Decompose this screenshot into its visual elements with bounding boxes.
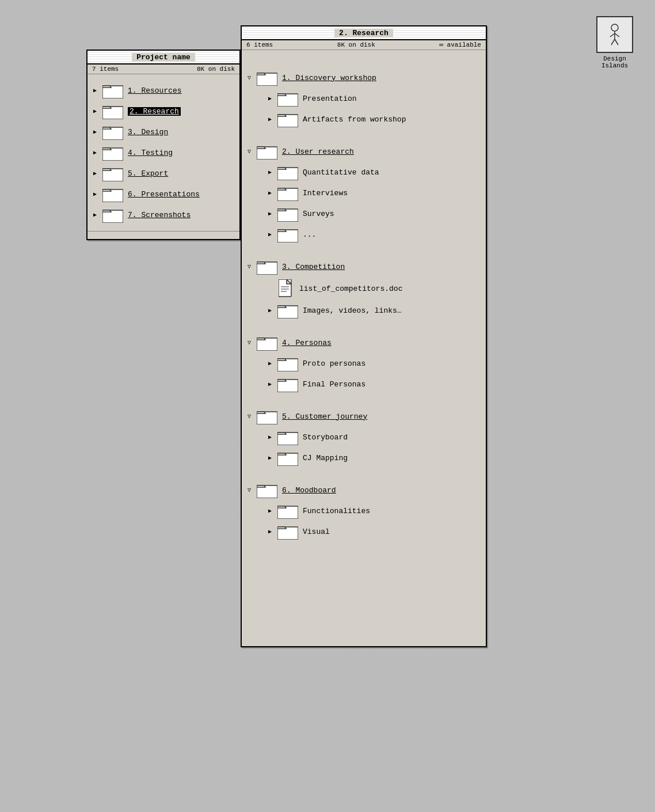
file-icon-competitors (279, 279, 295, 298)
left-item-design[interactable]: ▶ 3. Design (92, 122, 235, 142)
folder-icon-personas (257, 335, 277, 351)
folder-icon-user-research (257, 143, 277, 160)
left-item-testing[interactable]: ▶ 4. Testing (92, 142, 235, 163)
research-available: ∞ available (439, 41, 481, 48)
arrow-artifacts: ▶ (268, 116, 277, 123)
research-window-title: 2. Research (334, 29, 393, 37)
folder-icon-screenshots (102, 207, 123, 223)
research-window-statusbar: 6 items 8K on disk ∞ available (242, 40, 486, 50)
folder-icon-functionalities (277, 503, 298, 519)
project-items-count: 7 items (92, 66, 119, 73)
left-item-export[interactable]: ▶ 5. Export (92, 163, 235, 184)
left-item-screenshots[interactable]: ▶ 7. Screenshots (92, 204, 235, 225)
section-discovery[interactable]: ▽ 1. Discovery workshop (246, 67, 481, 88)
folder-icon-research (102, 103, 123, 119)
subfolder-final-personas[interactable]: ▶ Final Personas (267, 374, 481, 394)
folder-icon-final-personas (277, 376, 298, 392)
subfolder-ellipsis-label: ... (303, 230, 316, 239)
subfolder-functionalities-label: Functionalities (303, 507, 370, 515)
folder-icon-testing (102, 145, 123, 161)
section-competition[interactable]: ▽ 3. Competition (246, 256, 481, 277)
folder-icon-discovery (257, 70, 277, 86)
section-personas-label: 4. Personas (282, 339, 332, 347)
arrow-final-personas: ▶ (268, 381, 277, 388)
folder-icon-interviews (277, 185, 298, 201)
file-competitors-label: list_of_competitors.doc (299, 284, 402, 293)
discovery-children: ▶ Presentation ▶ Artifacts fro (246, 88, 481, 130)
project-window-statusbar: 7 items 8K on disk (87, 64, 239, 74)
subfolder-quantitative[interactable]: ▶ Quantitative data (267, 162, 481, 183)
arrow-design: ▶ (93, 128, 102, 135)
customer-journey-children: ▶ Storyboard ▶ CJ Mapping (246, 427, 481, 468)
desktop-icon-image (596, 16, 633, 53)
arrow-ellipsis: ▶ (268, 231, 277, 238)
left-item-export-label: 5. Export (128, 169, 168, 178)
arrow-personas: ▽ (247, 339, 257, 346)
research-window: 2. Research 6 items 8K on disk ∞ availab… (241, 25, 487, 647)
subfolder-storyboard[interactable]: ▶ Storyboard (267, 427, 481, 447)
folder-icon-competition (257, 259, 277, 275)
subfolder-ellipsis[interactable]: ▶ ... (267, 224, 481, 245)
section-personas[interactable]: ▽ 4. Personas (246, 332, 481, 353)
project-window-titlebar[interactable]: Project name (87, 51, 239, 64)
arrow-presentation: ▶ (268, 95, 277, 102)
left-item-resources[interactable]: ▶ 1. Resources (92, 80, 235, 101)
section-user-research-label: 2. User research (282, 147, 354, 156)
subfolder-artifacts[interactable]: ▶ Artifacts from workshop (267, 109, 481, 130)
subfolder-visual[interactable]: ▶ Visual (267, 521, 481, 542)
folder-icon-storyboard (277, 429, 298, 445)
arrow-research: ▶ (93, 108, 102, 115)
folder-icon-moodboard (257, 482, 277, 498)
folder-icon-customer-journey (257, 408, 277, 424)
subfolder-interviews[interactable]: ▶ Interviews (267, 183, 481, 203)
project-window: Project name 7 items 8K on disk ▶ 1. Res… (86, 50, 241, 240)
subfolder-visual-label: Visual (303, 528, 330, 536)
left-item-research[interactable]: ▶ 2. Research (92, 101, 235, 122)
left-item-design-label: 3. Design (128, 128, 168, 136)
desktop-icon-design-islands[interactable]: Design Islands (592, 16, 638, 69)
folder-icon-surveys (277, 206, 298, 222)
section-competition-label: 3. Competition (282, 263, 345, 271)
personas-children: ▶ Proto personas ▶ Final Perso (246, 353, 481, 394)
subfolder-presentation[interactable]: ▶ Presentation (267, 88, 481, 109)
section-customer-journey-label: 5. Customer journey (282, 412, 367, 421)
folder-icon-images-videos (277, 302, 298, 318)
arrow-images-videos: ▶ (268, 307, 277, 314)
section-moodboard[interactable]: ▽ 6. Moodboard (246, 480, 481, 500)
left-item-presentations[interactable]: ▶ 6. Presentations (92, 184, 235, 204)
arrow-quantitative: ▶ (268, 169, 277, 176)
subfolder-surveys[interactable]: ▶ Surveys (267, 203, 481, 224)
subfolder-proto-personas[interactable]: ▶ Proto personas (267, 353, 481, 374)
research-disk-info: 8K on disk (337, 41, 375, 48)
left-item-screenshots-label: 7. Screenshots (128, 211, 191, 219)
project-window-content: ▶ 1. Resources ▶ 2. Research ▶ (87, 74, 239, 231)
research-window-titlebar[interactable]: 2. Research (242, 26, 486, 40)
arrow-customer-journey: ▽ (247, 413, 257, 420)
arrow-interviews: ▶ (268, 189, 277, 196)
user-research-children: ▶ Quantitative data ▶ Intervie (246, 162, 481, 245)
subfolder-cj-mapping[interactable]: ▶ CJ Mapping (267, 447, 481, 468)
desktop-icon-label: Design Islands (592, 55, 638, 69)
subfolder-images-videos[interactable]: ▶ Images, videos, links… (267, 300, 481, 321)
folder-icon-resources (102, 82, 123, 98)
section-discovery-label: 1. Discovery workshop (282, 74, 376, 82)
section-user-research[interactable]: ▽ 2. User research (246, 141, 481, 162)
research-items-count: 6 items (246, 41, 273, 48)
arrow-screenshots: ▶ (93, 211, 102, 218)
left-item-research-label: 2. Research (128, 107, 181, 116)
subfolder-images-videos-label: Images, videos, links… (303, 306, 402, 315)
file-competitors-doc[interactable]: list_of_competitors.doc (267, 277, 481, 300)
subfolder-functionalities[interactable]: ▶ Functionalities (267, 500, 481, 521)
folder-icon-design (102, 124, 123, 140)
folder-icon-cj-mapping (277, 450, 298, 466)
arrow-export: ▶ (93, 170, 102, 177)
project-disk-info: 8K on disk (197, 66, 235, 73)
subfolder-proto-personas-label: Proto personas (303, 359, 365, 368)
section-customer-journey[interactable]: ▽ 5. Customer journey (246, 406, 481, 427)
arrow-functionalities: ▶ (268, 507, 277, 514)
left-item-testing-label: 4. Testing (128, 149, 173, 157)
arrow-resources: ▶ (93, 87, 102, 94)
competition-children: list_of_competitors.doc ▶ Images, videos… (246, 277, 481, 321)
folder-icon-quantitative (277, 164, 298, 180)
left-item-presentations-label: 6. Presentations (128, 190, 200, 199)
